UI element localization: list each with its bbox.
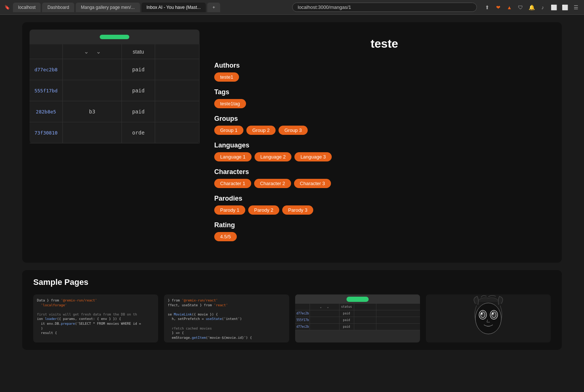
id-cell-3: 282b8e5 — [30, 101, 63, 122]
id-cell-4: 73f30810 — [30, 122, 63, 143]
top-card: ⌄ ⌄ statu d77ec2b8 paid 5 — [22, 22, 562, 263]
extra-cell-1 — [155, 59, 199, 80]
window-icon[interactable]: ⬜ — [550, 4, 557, 11]
sample-pages-card: Sample Pages Data } from '@remix-run/rea… — [22, 270, 562, 350]
parodies-group: Parodies Parody 1 Parody 2 Parody 3 — [214, 195, 554, 215]
tag-badge-1[interactable]: teste1tag — [214, 99, 246, 108]
parody-badge-2[interactable]: Parody 2 — [248, 205, 279, 215]
groups-row: Group 1 Group 2 Group 3 — [214, 126, 554, 135]
address-bar-container: localhost:3000/mangas/1 — [292, 3, 477, 12]
col-extra — [155, 44, 199, 59]
characters-label: Characters — [214, 168, 554, 176]
extra-cell-3 — [155, 101, 199, 122]
tab-5[interactable]: + — [207, 3, 220, 12]
tags-group: Tags teste1tag — [214, 88, 554, 108]
preview-extra-1 — [354, 310, 376, 317]
sample-page-table[interactable]: ⌄ ⌄ status d77ec2b paid 555f17b paid — [295, 294, 420, 342]
svg-point-4 — [481, 312, 485, 318]
languages-label: Languages — [214, 142, 554, 149]
character-badge-2[interactable]: Character 2 — [254, 179, 291, 188]
code-line: ion loader({ params, context: { env } })… — [37, 317, 154, 321]
language-badge-2[interactable]: Language 2 — [255, 152, 292, 161]
code-line: emStorage.getItem('movie-${movie.id}') { — [168, 335, 285, 340]
preview-id-1: d77ec2b — [295, 310, 310, 317]
characters-row: Character 1 Character 2 Character 3 — [214, 179, 554, 188]
col2-cell-4 — [63, 122, 122, 143]
language-badge-3[interactable]: Language 3 — [294, 152, 332, 161]
browser-chrome: 🔖 localhost Dashboard Manga gallery page… — [0, 0, 584, 15]
code-line: } from '@remix-run/react' — [168, 298, 285, 303]
author-badge-1[interactable]: teste1 — [214, 72, 239, 82]
code-line: h, setPrefetch = useState('intent') — [168, 317, 285, 321]
code-line: it env.DB.prepare('SELECT * FROM movies … — [37, 321, 154, 326]
preview-col2-3 — [310, 324, 339, 330]
svg-point-7 — [492, 313, 494, 314]
preview-status-2: paid — [339, 317, 354, 323]
menu-icon[interactable]: ☰ — [572, 4, 580, 11]
authors-group: Authors teste1 — [214, 62, 554, 82]
tab-2[interactable]: Dashboard — [42, 3, 74, 12]
music-icon[interactable]: ♪ — [539, 4, 546, 11]
parody-badge-1[interactable]: Parody 1 — [214, 205, 245, 215]
tab-4[interactable]: Inbox AI - You have (Mast... — [141, 3, 206, 12]
add-button[interactable] — [100, 35, 129, 39]
tab-1[interactable]: localhost — [13, 3, 41, 12]
preview-row-3: d77ec2b paid — [295, 324, 420, 330]
code-line: result { — [37, 331, 154, 335]
code-line: se MovieLink({ movie }) { — [168, 312, 285, 317]
preview-top-bar — [295, 294, 420, 304]
rating-group: Rating 4.5/5 — [214, 221, 554, 241]
table-row: d77ec2b8 paid — [30, 59, 199, 80]
rating-label: Rating — [214, 221, 554, 229]
languages-group: Languages Language 1 Language 2 Language… — [214, 142, 554, 161]
code-line: first visits will get fresh data from th… — [37, 312, 154, 317]
chevron-down-icon: ⌄ — [84, 48, 89, 55]
col-chevrons: ⌄ ⌄ — [63, 44, 122, 59]
brave-icon[interactable]: ❤ — [495, 4, 502, 11]
bell-icon[interactable]: 🔔 — [528, 4, 535, 11]
preview-row-1: d77ec2b paid — [295, 310, 420, 317]
group-badge-3[interactable]: Group 3 — [279, 126, 308, 135]
sample-page-code2[interactable]: } from '@remix-run/react' ffect, useStat… — [164, 294, 289, 342]
group-badge-2[interactable]: Group 2 — [246, 126, 276, 135]
share-icon[interactable]: ⬆ — [484, 4, 491, 11]
preview-row-2: 555f17b paid — [295, 317, 420, 324]
preview-header-3: status — [339, 304, 354, 310]
sample-pages-grid: Data } from '@remix-run/react' 'localfor… — [33, 294, 551, 342]
col-checkbox — [30, 44, 63, 59]
manga-title: teste — [214, 37, 554, 51]
tab-3[interactable]: Manga gallery page men/... — [76, 3, 140, 12]
authors-label: Authors — [214, 62, 554, 69]
code-line: Data } from '@remix-run/react' — [37, 298, 154, 303]
svg-point-6 — [481, 313, 482, 314]
sample-page-code1[interactable]: Data } from '@remix-run/react' 'localfor… — [33, 294, 158, 342]
characters-group: Characters Character 1 Character 2 Chara… — [214, 168, 554, 188]
parody-badge-3[interactable]: Parody 3 — [282, 205, 313, 215]
character-badge-1[interactable]: Character 1 — [214, 179, 251, 188]
table-row: 555f17bd paid — [30, 80, 199, 101]
vpn-icon[interactable]: ▲ — [506, 4, 513, 11]
parodies-row: Parody 1 Parody 2 Parody 3 — [214, 205, 554, 215]
address-bar[interactable]: localhost:3000/mangas/1 — [292, 3, 477, 12]
language-badge-1[interactable]: Language 1 — [214, 152, 252, 161]
tab-bar: localhost Dashboard Manga gallery page m… — [13, 3, 289, 12]
table-header-row: ⌄ ⌄ statu — [30, 44, 199, 59]
preview-status-1: paid — [339, 310, 354, 317]
manga-illustration — [451, 294, 525, 342]
authors-tags: teste1 — [214, 72, 554, 82]
preview-table-body: ⌄ ⌄ status d77ec2b paid 555f17b paid — [295, 304, 420, 330]
character-badge-3[interactable]: Character 3 — [294, 179, 331, 188]
shield-icon[interactable]: 🛡 — [517, 4, 524, 11]
table-row: 282b8e5 b3 paid — [30, 101, 199, 122]
code-line: rfetch cached movies — [168, 326, 285, 331]
preview-col2-1 — [310, 310, 339, 317]
preview-header-4 — [354, 304, 376, 310]
status-cell-4: orde — [122, 122, 155, 143]
tags-row: teste1tag — [214, 99, 554, 108]
group-badge-1[interactable]: Group 1 — [214, 126, 243, 135]
ext-icon[interactable]: ⬜ — [561, 4, 568, 11]
rating-badge: 4.5/5 — [214, 232, 237, 241]
sample-page-manga[interactable] — [426, 294, 551, 342]
preview-header-1 — [295, 304, 310, 310]
col-status-header: statu — [122, 44, 155, 59]
